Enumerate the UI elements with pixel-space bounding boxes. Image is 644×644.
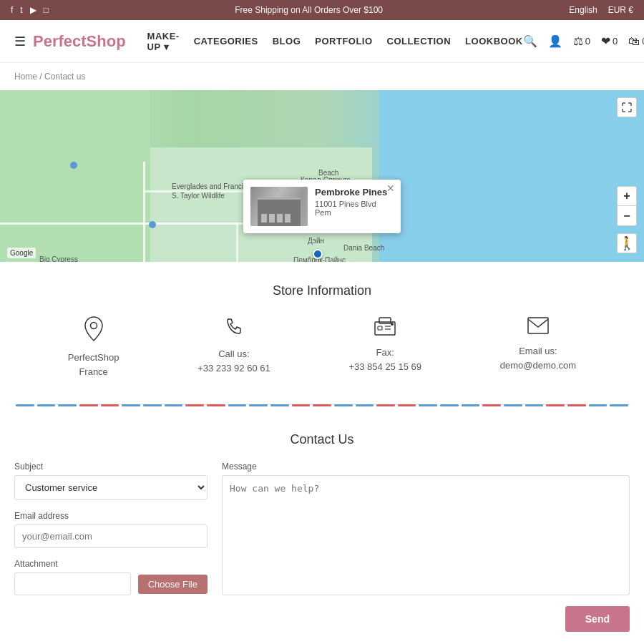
- main-nav: MAKE-UP ▾ CATEGORIES BLOG PORTFOLIO COLL…: [147, 31, 523, 52]
- nav-blog[interactable]: BLOG: [273, 36, 301, 47]
- store-phone-text: Call us: +33 233 92 60 61: [197, 347, 270, 375]
- store-fax: Fax: +33 854 25 15 69: [348, 316, 421, 379]
- svg-point-5: [391, 323, 394, 326]
- store-email: Email us: demo@demo.com: [500, 316, 576, 379]
- email-label: Email address: [14, 511, 208, 521]
- nav-categories[interactable]: CATEGORIES: [194, 36, 258, 47]
- wishlist-icon: ❤: [601, 34, 610, 48]
- road-v1: [143, 162, 145, 262]
- currency-selector[interactable]: EUR €: [608, 5, 633, 15]
- map-expand-button[interactable]: [617, 97, 637, 117]
- email-input[interactable]: [14, 525, 208, 548]
- divider-top: [0, 400, 644, 411]
- store-location-text: PerfectShop France: [68, 351, 119, 379]
- popup-close-button[interactable]: ✕: [386, 183, 395, 193]
- hamburger-icon[interactable]: ☰: [14, 34, 26, 49]
- breadcrumb: Home / Contact us: [0, 63, 644, 90]
- message-textarea[interactable]: [222, 475, 630, 595]
- road-v2: [236, 223, 238, 262]
- map-label-dania: Dania Beach: [343, 244, 384, 252]
- popup-name: Pembroke Pines: [315, 187, 394, 197]
- cart-icon: 🛍: [628, 35, 640, 48]
- popup-content: Pembroke Pines 11001 Pines Blvd Pem: [315, 187, 394, 217]
- svg-rect-1: [379, 318, 391, 323]
- store-fax-text: Fax: +33 854 25 15 69: [348, 346, 421, 374]
- twitter-icon[interactable]: t: [20, 5, 22, 15]
- email-icon: [527, 316, 550, 338]
- top-bar-right: English EUR €: [569, 5, 633, 15]
- user-icon[interactable]: 👤: [548, 34, 562, 48]
- google-label: Google: [7, 248, 36, 258]
- store-info-title: Store Information: [14, 283, 630, 298]
- phone-icon: [223, 316, 245, 341]
- fax-icon: [374, 316, 396, 340]
- compare-group[interactable]: ⚖ 0: [573, 34, 590, 48]
- popup-address: 11001 Pines Blvd Pem: [315, 200, 394, 217]
- send-button[interactable]: Send: [565, 606, 630, 632]
- subject-select[interactable]: Customer service Technical support Billi…: [14, 475, 208, 500]
- map-label-dane: Дэйн: [308, 237, 324, 245]
- logo[interactable]: PerfectShop: [33, 32, 126, 51]
- map-label-cypress: Big CypressNationalPreserve: [39, 255, 78, 262]
- store-email-text: Email us: demo@demo.com: [500, 344, 576, 372]
- message-label: Message: [222, 462, 630, 472]
- compare-count: 0: [585, 36, 590, 47]
- store-location: PerfectShop France: [68, 316, 119, 379]
- subject-field-group: Subject Customer service Technical suppo…: [14, 462, 208, 500]
- map-container: Everglades and FrancisS. Taylor Wildlife…: [0, 90, 644, 262]
- street-view-button[interactable]: 🚶: [617, 233, 637, 253]
- zoom-in-button[interactable]: +: [617, 186, 637, 206]
- email-field-group: Email address: [14, 511, 208, 548]
- svg-rect-6: [528, 318, 548, 333]
- compare-icon: ⚖: [573, 34, 583, 48]
- breadcrumb-home[interactable]: Home: [14, 72, 37, 82]
- zoom-out-button[interactable]: −: [617, 206, 637, 226]
- subject-label: Subject: [14, 462, 208, 472]
- language-selector[interactable]: English: [569, 5, 597, 15]
- search-icon[interactable]: 🔍: [523, 34, 537, 48]
- nav-portfolio[interactable]: PORTFOLIO: [315, 36, 372, 47]
- choose-file-button[interactable]: Choose File: [138, 575, 208, 594]
- highway-badge: [70, 162, 77, 169]
- breadcrumb-current: Contact us: [44, 72, 85, 82]
- facebook-icon[interactable]: f: [11, 5, 13, 15]
- wishlist-group[interactable]: ❤ 0: [601, 34, 618, 48]
- shipping-text: Free Shipping on All Orders Over $100: [235, 5, 383, 15]
- expand-icon: [622, 102, 632, 112]
- nav-lookbook[interactable]: LOOKBOOK: [465, 36, 523, 47]
- map-pin-1[interactable]: [313, 249, 323, 259]
- youtube-icon[interactable]: ▶: [30, 5, 36, 15]
- shipping-banner: Free Shipping on All Orders Over $100: [49, 5, 569, 15]
- store-info-grid: PerfectShop France Call us: +33 233 92 6…: [14, 316, 630, 379]
- cart-group[interactable]: 🛍 0: [628, 35, 644, 48]
- map-zoom-controls: + −: [617, 186, 637, 226]
- instagram-icon[interactable]: □: [44, 5, 49, 15]
- popup-image: [250, 187, 308, 226]
- map-background: Everglades and FrancisS. Taylor Wildlife…: [0, 90, 644, 262]
- header: ☰ PerfectShop MAKE-UP ▾ CATEGORIES BLOG …: [0, 20, 644, 63]
- svg-rect-2: [378, 326, 382, 330]
- nav-collection[interactable]: COLLECTION: [387, 36, 452, 47]
- contact-title: Contact Us: [14, 432, 630, 447]
- map-label-everglades1: Everglades and FrancisS. Taylor Wildlife: [172, 182, 247, 200]
- top-bar: f t ▶ □ Free Shipping on All Orders Over…: [0, 0, 644, 20]
- social-icons: f t ▶ □: [11, 5, 49, 15]
- store-phone: Call us: +33 233 92 60 61: [197, 316, 270, 379]
- nav-makeup[interactable]: MAKE-UP ▾: [147, 31, 180, 52]
- highway-badge2: [149, 221, 156, 228]
- location-icon: [83, 316, 104, 345]
- send-btn-row: Send: [14, 606, 630, 632]
- attachment-label: Attachment: [14, 559, 208, 569]
- attachment-filename: [14, 572, 131, 595]
- store-info-section: Store Information PerfectShop France Cal…: [0, 262, 644, 393]
- map-water-area: [379, 90, 644, 262]
- attachment-field-group: Attachment Choose File: [14, 559, 208, 595]
- contact-section: Contact Us Subject Customer service Tech…: [0, 418, 644, 639]
- form-right-column: Message: [222, 462, 630, 595]
- wishlist-count: 0: [613, 36, 618, 47]
- map-land-left: [0, 90, 150, 262]
- contact-form-grid: Subject Customer service Technical suppo…: [14, 462, 630, 595]
- header-icons: 🔍 👤 ⚖ 0 ❤ 0 🛍 0: [523, 34, 644, 48]
- map-popup: Pembroke Pines 11001 Pines Blvd Pem ✕: [243, 180, 401, 233]
- form-left-column: Subject Customer service Technical suppo…: [14, 462, 208, 595]
